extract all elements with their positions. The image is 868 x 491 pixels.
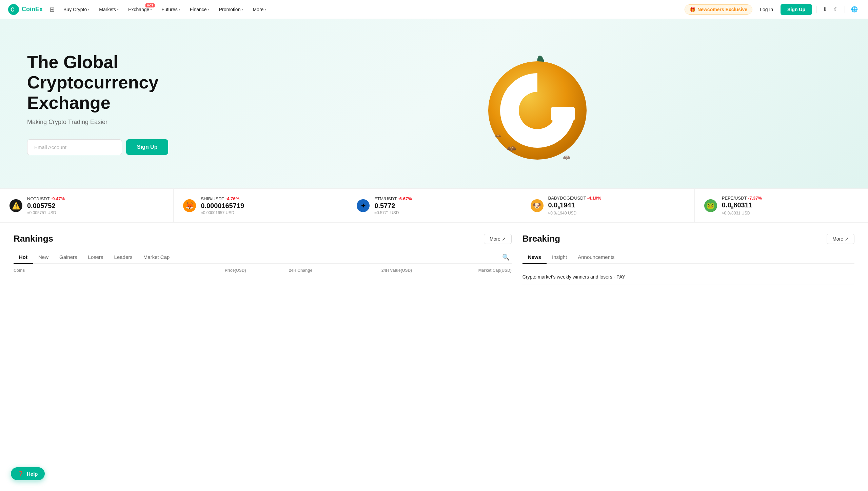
ticker-info: SHIB/USDT -4.76% 0.0000165719 ≈0.0000165… [201, 196, 244, 215]
rankings-more-button[interactable]: More ↗ [484, 234, 512, 244]
ticker-info: FTM/USDT -6.67% 0.5772 ≈0.5771 USD [374, 196, 412, 215]
svg-rect-4 [551, 107, 575, 121]
ticker-bar: ⚠️ NOT/USDT -9.47% 0.005752 ≈0.005751 US… [0, 188, 868, 223]
ticker-item[interactable]: ✦ FTM/USDT -6.67% 0.5772 ≈0.5771 USD [347, 189, 521, 222]
nav-buy-crypto[interactable]: Buy Crypto ▾ [60, 5, 93, 14]
col-price: Price(USD) [146, 268, 246, 273]
news-item[interactable]: Crypto market's weekly winners and loser… [522, 269, 854, 285]
hot-badge: HOT [145, 3, 155, 7]
ticker-info: NOT/USDT -9.47% 0.005752 ≈0.005751 USD [27, 196, 65, 215]
search-icon[interactable]: 🔍 [500, 251, 512, 263]
tab-gainers[interactable]: Gainers [54, 251, 83, 264]
chevron-down-icon: ▾ [264, 7, 266, 11]
pepe-icon: 🐸 [704, 199, 717, 212]
breaking-title: Breaking [522, 233, 560, 244]
tab-hot[interactable]: Hot [14, 251, 33, 264]
tab-leaders[interactable]: Leaders [109, 251, 138, 264]
signup-button[interactable]: Sign Up [781, 4, 812, 15]
coinex-logo-icon: C [8, 4, 19, 15]
navbar: C CoinEx ⊞ Buy Crypto ▾ Markets ▾ Exchan… [0, 0, 868, 19]
not-icon: ⚠️ [9, 199, 22, 212]
chevron-down-icon: ▾ [117, 7, 119, 11]
tab-announcements[interactable]: Announcements [572, 251, 620, 264]
col-value: 24H Value(USD) [312, 268, 412, 273]
hero-signup-button[interactable]: Sign Up [126, 139, 168, 155]
chevron-down-icon: ▾ [88, 7, 90, 11]
news-item-title: Crypto market's weekly winners and loser… [522, 274, 625, 280]
tab-news[interactable]: News [522, 251, 547, 264]
nav-markets[interactable]: Markets ▾ [96, 5, 122, 14]
babydoge-icon: 🐶 [531, 199, 544, 212]
ticker-info: PEPE/USDT -7.37% 0.0580311 ≈0.0₅8031 USD [722, 196, 762, 216]
download-icon[interactable]: ⬇ [821, 4, 829, 15]
hero-title: The Global Cryptocurrency Exchange [27, 52, 231, 113]
nav-more[interactable]: More ▾ [249, 5, 270, 14]
language-icon[interactable]: 🌐 [849, 4, 860, 15]
tab-losers[interactable]: Losers [83, 251, 109, 264]
breaking-more-button[interactable]: More ↗ [827, 234, 854, 244]
table-header: Coins Price(USD) 24H Change 24H Value(US… [14, 264, 512, 277]
theme-toggle-icon[interactable]: ☾ [832, 4, 841, 15]
nav-futures[interactable]: Futures ▾ [158, 5, 183, 14]
rankings-section: Rankings More ↗ Hot New Gainers Losers L… [14, 233, 512, 285]
svg-text:🦇: 🦇 [563, 154, 571, 161]
nav-promotion[interactable]: Promotion ▾ [216, 5, 247, 14]
ticker-info: BABYDOGE/USDT -4.10% 0.051941 ≈0.0₅1940 … [548, 196, 601, 216]
pumpkin-g-illustration: 🦇 🦇 🦇 [478, 39, 593, 168]
logo-text: CoinEx [22, 6, 43, 13]
nav-finance[interactable]: Finance ▾ [186, 5, 213, 14]
hero-illustration: 🦇 🦇 🦇 [231, 39, 841, 168]
hero-subtitle: Making Crypto Trading Easier [27, 119, 231, 126]
nav-divider-2 [845, 6, 845, 13]
ticker-item[interactable]: ⚠️ NOT/USDT -9.47% 0.005752 ≈0.005751 US… [0, 189, 174, 222]
news-tabs: News Insight Announcements [522, 251, 854, 264]
svg-text:🦇: 🦇 [507, 144, 516, 153]
tab-insight[interactable]: Insight [547, 251, 572, 264]
rankings-title: Rankings [14, 233, 53, 244]
main-content: Rankings More ↗ Hot New Gainers Losers L… [0, 223, 868, 296]
col-coins: Coins [14, 268, 146, 273]
email-input[interactable] [27, 139, 122, 155]
chevron-down-icon: ▾ [150, 7, 152, 11]
chevron-down-icon: ▾ [179, 7, 180, 11]
svg-text:🦇: 🦇 [495, 133, 501, 139]
breaking-section: Breaking More ↗ News Insight Announcemen… [522, 233, 854, 285]
col-change: 24H Change [246, 268, 312, 273]
rankings-tabs: Hot New Gainers Losers Leaders Market Ca… [14, 251, 512, 264]
hero-content: The Global Cryptocurrency Exchange Makin… [27, 52, 231, 155]
ticker-item[interactable]: 🐶 BABYDOGE/USDT -4.10% 0.051941 ≈0.0₅194… [521, 189, 695, 222]
logo[interactable]: C CoinEx [8, 4, 43, 15]
svg-text:C: C [11, 7, 15, 13]
tab-new[interactable]: New [33, 251, 54, 264]
gift-icon: 🎁 [690, 7, 695, 12]
chevron-down-icon: ▾ [241, 7, 243, 11]
col-mcap: Market Cap(USD) [412, 268, 512, 273]
login-link[interactable]: Log In [755, 5, 778, 14]
nav-divider [816, 6, 816, 13]
hero-form: Sign Up [27, 139, 231, 155]
newcomers-exclusive-button[interactable]: 🎁 Newcomers Exclusive [685, 4, 752, 15]
ticker-item[interactable]: 🦊 SHIB/USDT -4.76% 0.0000165719 ≈0.00001… [174, 189, 347, 222]
tab-market-cap[interactable]: Market Cap [138, 251, 175, 264]
shib-icon: 🦊 [183, 199, 196, 212]
nav-exchange[interactable]: Exchange ▾ HOT [125, 5, 155, 14]
chevron-down-icon: ▾ [208, 7, 210, 11]
ticker-item[interactable]: 🐸 PEPE/USDT -7.37% 0.0580311 ≈0.0₅8031 U… [695, 189, 868, 222]
rankings-header: Rankings More ↗ [14, 233, 512, 244]
ftm-icon: ✦ [357, 199, 370, 212]
breaking-header: Breaking More ↗ [522, 233, 854, 244]
hero-section: The Global Cryptocurrency Exchange Makin… [0, 19, 868, 188]
grid-icon[interactable]: ⊞ [50, 6, 55, 13]
